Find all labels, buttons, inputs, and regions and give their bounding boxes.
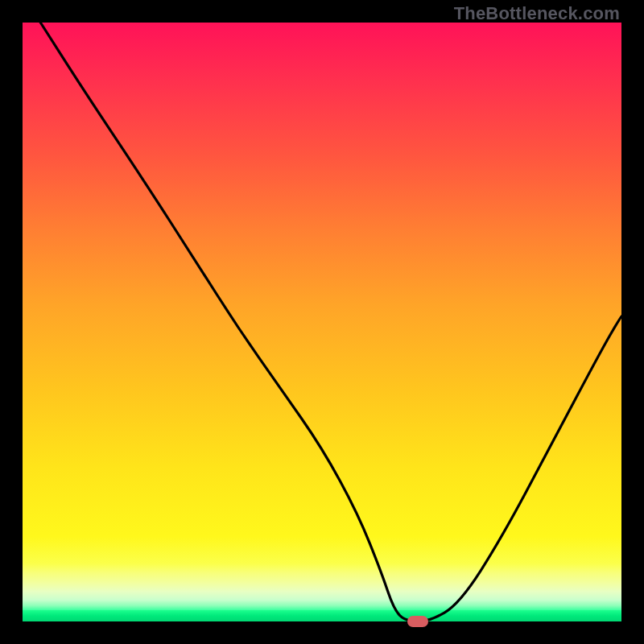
plot-area bbox=[23, 23, 621, 621]
watermark-text: TheBottleneck.com bbox=[454, 3, 620, 24]
optimum-marker bbox=[407, 616, 428, 627]
bottleneck-curve bbox=[23, 23, 621, 621]
chart-frame: TheBottleneck.com bbox=[0, 0, 644, 644]
